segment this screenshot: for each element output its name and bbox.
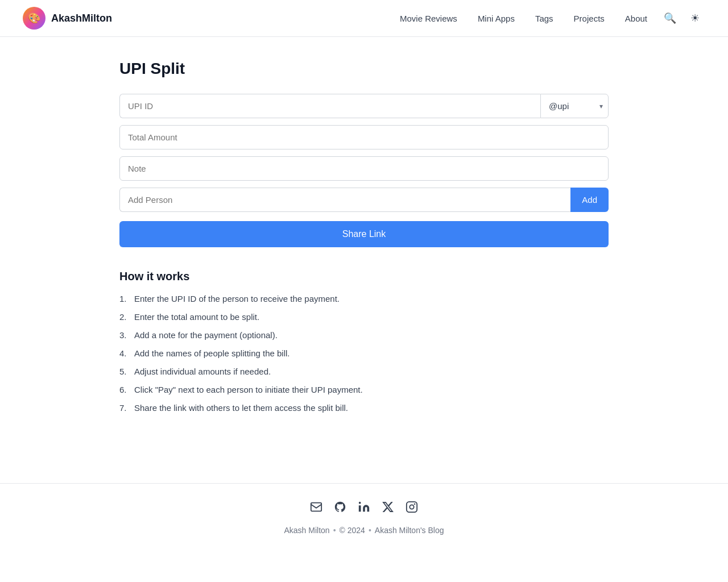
list-item: 6. Click "Pay" next to each person to in… <box>119 383 609 397</box>
linkedin-icon-link[interactable] <box>358 501 370 517</box>
how-it-works-section: How it works 1. Enter the UPI ID of the … <box>119 270 609 415</box>
list-item: 2. Enter the total amount to be split. <box>119 310 609 324</box>
header: 🎨 AkashMilton Movie Reviews Mini Apps Ta… <box>0 0 728 37</box>
email-icon-link[interactable] <box>310 501 322 517</box>
how-it-works-title: How it works <box>119 270 609 283</box>
add-person-row: Add <box>119 188 609 212</box>
footer-blog-link[interactable]: Akash Milton's Blog <box>375 526 444 535</box>
upi-id-input[interactable] <box>119 94 540 118</box>
list-item: 7. Share the link with others to let the… <box>119 401 609 415</box>
list-item: 1. Enter the UPI ID of the person to rec… <box>119 292 609 306</box>
share-link-button[interactable]: Share Link <box>119 221 609 247</box>
nav-projects[interactable]: Projects <box>566 9 613 28</box>
main-nav: Movie Reviews Mini Apps Tags Projects Ab… <box>392 8 705 28</box>
total-amount-input[interactable] <box>119 125 609 149</box>
logo-avatar: 🎨 <box>23 7 46 30</box>
upi-domain-wrapper: @upi @okaxis @oksbi @okicici @ybl @paytm… <box>540 94 609 118</box>
instagram-icon-link[interactable] <box>406 501 418 517</box>
nav-mini-apps[interactable]: Mini Apps <box>470 9 523 28</box>
github-icon-link[interactable] <box>334 501 346 517</box>
footer-copyright: Akash Milton • © 2024 • Akash Milton's B… <box>11 526 717 535</box>
add-person-button[interactable]: Add <box>570 188 609 212</box>
nav-about[interactable]: About <box>617 9 655 28</box>
list-item: 4. Add the names of people splitting the… <box>119 347 609 360</box>
list-item: 5. Adjust individual amounts if needed. <box>119 365 609 379</box>
svg-point-1 <box>359 502 361 504</box>
nav-tags[interactable]: Tags <box>527 9 561 28</box>
search-icon: 🔍 <box>664 12 676 24</box>
theme-icon: ☀ <box>690 12 700 24</box>
main-content: UPI Split @upi @okaxis @oksbi @okicici @… <box>108 37 620 438</box>
footer: Akash Milton • © 2024 • Akash Milton's B… <box>0 483 728 546</box>
logo-text: AkashMilton <box>51 13 112 24</box>
footer-social-icons <box>11 501 717 517</box>
svg-rect-0 <box>311 503 321 512</box>
add-person-input[interactable] <box>119 188 570 212</box>
upi-id-row: @upi @okaxis @oksbi @okicici @ybl @paytm… <box>119 94 609 118</box>
how-it-works-list: 1. Enter the UPI ID of the person to rec… <box>119 292 609 415</box>
note-input[interactable] <box>119 156 609 181</box>
footer-author-link[interactable]: Akash Milton <box>284 526 329 535</box>
upi-domain-select[interactable]: @upi @okaxis @oksbi @okicici @ybl @paytm <box>540 94 609 118</box>
logo-link[interactable]: 🎨 AkashMilton <box>23 7 112 30</box>
svg-rect-2 <box>407 502 417 512</box>
search-button[interactable]: 🔍 <box>660 8 680 28</box>
twitter-icon-link[interactable] <box>382 501 394 517</box>
nav-movie-reviews[interactable]: Movie Reviews <box>392 9 465 28</box>
theme-toggle-button[interactable]: ☀ <box>685 8 705 28</box>
svg-point-4 <box>415 504 415 505</box>
upi-form: @upi @okaxis @oksbi @okicici @ybl @paytm… <box>119 94 609 247</box>
list-item: 3. Add a note for the payment (optional)… <box>119 329 609 342</box>
page-title: UPI Split <box>119 60 609 78</box>
svg-point-3 <box>410 505 413 509</box>
